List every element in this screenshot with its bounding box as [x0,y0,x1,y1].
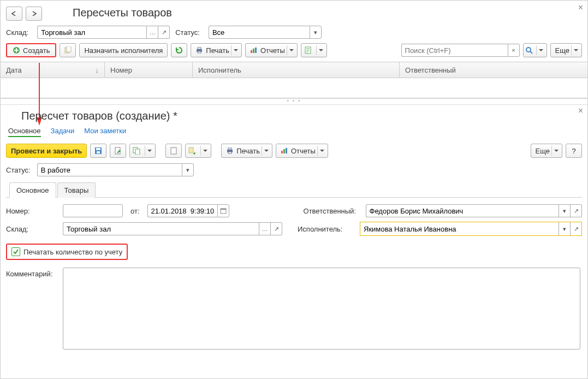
status-label: Статус: [175,28,200,37]
create-button-label: Создать [23,46,50,55]
svg-rect-5 [198,51,201,53]
nav-forward-button[interactable] [26,7,42,21]
refresh-icon [175,46,183,54]
sklad-open-button[interactable]: ↗ [158,26,170,39]
svg-rect-7 [253,49,254,53]
copy-button[interactable] [60,43,76,57]
from-label: от: [130,207,140,215]
sklad-bottom-lookup[interactable]: … ↗ [63,222,282,235]
status-bottom-dropdown-button[interactable]: ▾ [182,163,194,176]
print-bottom-button[interactable]: Печать [221,144,272,158]
svg-rect-24 [281,151,283,153]
status-top-input[interactable] [209,26,310,39]
bar-chart-icon [250,47,258,54]
reports-bottom-button[interactable]: Отчеты [276,144,328,158]
performer-input[interactable] [360,222,559,235]
print-qty-group[interactable]: Печатать количество по учету [6,244,128,260]
print-top-label: Печать [206,46,229,55]
structure-button[interactable] [185,144,211,158]
date-input[interactable] [147,204,217,217]
nav-tab-notes[interactable]: Мои заметки [84,127,126,137]
assign-performer-button[interactable]: Назначить исполнителя [79,43,168,57]
sklad-lookup[interactable]: … ↗ [37,26,170,39]
nav-tab-tasks[interactable]: Задачи [51,127,75,137]
help-label: ? [572,147,575,155]
reports-top-button[interactable]: Отчеты [245,43,298,57]
performer-lookup[interactable]: ▾ ↗ [360,222,582,236]
refresh-button[interactable] [171,43,187,57]
search-input[interactable] [401,44,508,57]
date-pick-button[interactable] [217,204,229,217]
svg-point-10 [526,48,531,52]
svg-rect-6 [251,50,252,53]
post-icon [114,147,122,155]
print-icon [195,47,203,54]
performer-open-button[interactable]: ↗ [570,222,581,235]
more-bottom-button[interactable]: Еще [531,144,562,158]
copy-icon [64,46,72,54]
responsible-label: Ответственный: [304,207,358,215]
number-input[interactable] [63,204,123,217]
clip-icon [170,147,177,155]
content-tab-main[interactable]: Основное [9,182,56,198]
status-bottom-input[interactable] [37,163,182,176]
sklad-bottom-ellipsis-button[interactable]: … [259,222,271,235]
col-date[interactable]: Дата ↓ [1,62,105,78]
svg-rect-19 [173,147,175,149]
print-top-button[interactable]: Печать [191,43,242,57]
sklad-bottom-open-button[interactable]: ↗ [271,222,282,235]
basis-icon [133,147,140,155]
nav-back-button[interactable] [6,7,22,21]
status-top-dropdown-button[interactable]: ▾ [310,26,322,39]
save-icon [94,147,102,155]
close-bottom-icon[interactable]: × [578,106,583,116]
search-button[interactable] [523,43,547,57]
plus-icon [13,46,20,54]
responsible-input[interactable] [366,204,559,217]
svg-rect-8 [255,48,257,53]
content-tab-goods[interactable]: Товары [57,182,96,198]
page-title-bottom: Пересчет товаров (создание) * [6,107,582,127]
reports-bottom-label: Отчеты [291,147,316,155]
performer-label: Исполнитель: [298,225,352,233]
date-lookup[interactable] [147,204,229,217]
svg-rect-28 [221,209,226,210]
create-button[interactable]: Создать [6,43,56,57]
col-performer[interactable]: Исполнитель [193,62,400,78]
help-button[interactable]: ? [566,144,582,158]
comment-textarea[interactable] [63,268,580,350]
print-qty-checkbox[interactable] [11,247,20,256]
basis-button[interactable] [129,144,156,158]
status-bottom-lookup[interactable]: ▾ [37,163,194,176]
performer-dropdown-button[interactable]: ▾ [559,222,570,235]
svg-rect-2 [67,46,71,52]
col-number[interactable]: Номер [105,62,193,78]
post-close-button[interactable]: Провести и закрыть [6,144,87,158]
splitter[interactable]: • • • [1,98,587,105]
responsible-dropdown-button[interactable]: ▾ [559,204,571,217]
nav-tab-main[interactable]: Основное [8,127,41,137]
svg-rect-22 [228,148,231,150]
post-button[interactable] [110,144,126,158]
clip-button[interactable] [165,144,182,158]
svg-rect-25 [283,149,285,153]
sklad-ellipsis-button[interactable]: … [146,26,158,39]
more-top-button[interactable]: Еще [550,43,582,57]
svg-rect-26 [286,148,287,153]
svg-rect-4 [198,48,201,49]
responsible-lookup[interactable]: ▾ ↗ [366,204,582,217]
attach-button[interactable] [301,43,327,57]
search-box[interactable]: × [401,44,520,57]
close-top-icon[interactable]: × [578,3,583,13]
reports-top-label: Отчеты [260,46,285,55]
save-button[interactable] [90,144,106,158]
sklad-input[interactable] [37,26,146,39]
col-responsible[interactable]: Ответственный [400,62,587,78]
print-icon [226,147,234,154]
responsible-open-button[interactable]: ↗ [571,204,582,217]
sklad-bottom-input[interactable] [63,222,259,235]
table-header: Дата ↓ Номер Исполнитель Ответственный [1,62,587,78]
search-clear-button[interactable]: × [508,44,520,57]
svg-rect-13 [96,148,100,150]
status-top-lookup[interactable]: ▾ [209,26,322,39]
